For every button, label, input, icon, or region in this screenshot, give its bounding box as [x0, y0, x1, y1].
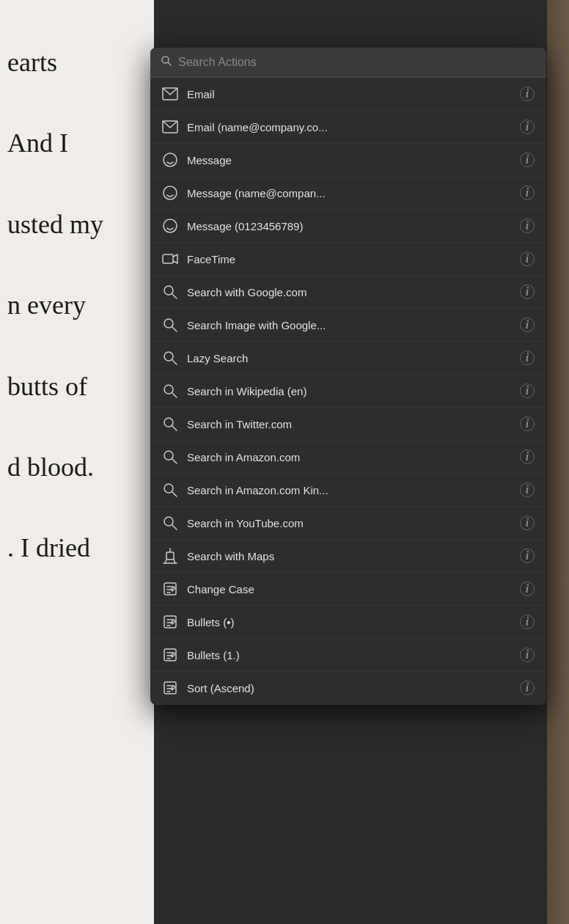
info-icon[interactable]: i	[520, 87, 535, 101]
action-label: Search in Twitter.com	[187, 418, 511, 430]
action-item-search-amazon-kindle[interactable]: Search in Amazon.com Kin...i	[150, 474, 546, 507]
action-label: Bullets (1.)	[187, 649, 511, 661]
action-label: Message (name@compan...	[187, 187, 511, 199]
email-icon	[162, 119, 178, 135]
info-icon[interactable]: i	[520, 681, 535, 695]
svg-point-22	[164, 517, 173, 526]
action-label: Bullets (•)	[187, 616, 511, 628]
svg-point-0	[162, 56, 169, 63]
svg-line-11	[172, 327, 177, 331]
info-icon[interactable]: i	[520, 318, 535, 332]
svg-line-9	[172, 294, 177, 298]
action-label: Lazy Search	[187, 352, 511, 364]
action-item-lazy-search[interactable]: Lazy Searchi	[150, 342, 546, 375]
edit-icon	[162, 581, 178, 597]
edit-icon	[162, 680, 178, 696]
svg-line-1	[169, 63, 172, 66]
svg-point-12	[164, 352, 173, 361]
svg-point-4	[164, 153, 177, 166]
info-icon[interactable]: i	[520, 384, 535, 398]
action-label: Search in Amazon.com	[187, 451, 511, 463]
svg-line-19	[172, 459, 177, 463]
svg-rect-24	[166, 552, 174, 560]
svg-line-15	[172, 393, 177, 397]
svg-rect-7	[163, 254, 173, 263]
facetime-icon	[162, 251, 178, 267]
action-item-search-wikipedia[interactable]: Search in Wikipedia (en)i	[150, 375, 546, 408]
svg-line-17	[172, 426, 177, 430]
action-item-bullets-num[interactable]: Bullets (1.)i	[150, 639, 546, 672]
info-icon[interactable]: i	[520, 120, 535, 134]
info-icon[interactable]: i	[520, 252, 535, 266]
action-item-message-company[interactable]: Message (name@compan...i	[150, 177, 546, 210]
info-icon[interactable]: i	[520, 417, 535, 431]
background-text: earts And I usted my n every butts of d …	[0, 0, 154, 924]
search-icon	[162, 383, 178, 399]
action-label: Email	[187, 88, 511, 100]
action-item-bullets-dot[interactable]: Bullets (•)i	[150, 606, 546, 639]
search-icon	[161, 55, 172, 70]
info-icon[interactable]: i	[520, 219, 535, 233]
action-item-change-case[interactable]: Change Casei	[150, 573, 546, 606]
action-item-search-twitter[interactable]: Search in Twitter.comi	[150, 408, 546, 441]
action-label: Search with Google.com	[187, 286, 511, 298]
action-item-search-google[interactable]: Search with Google.comi	[150, 276, 546, 309]
action-item-search-youtube[interactable]: Search in YouTube.comi	[150, 507, 546, 540]
action-label: Email (name@company.co...	[187, 121, 511, 133]
info-icon[interactable]: i	[520, 186, 535, 200]
action-item-facetime[interactable]: FaceTimei	[150, 243, 546, 276]
info-icon[interactable]: i	[520, 615, 535, 629]
info-icon[interactable]: i	[520, 450, 535, 464]
search-actions-dropdown: Emaili Email (name@company.co...i Messag…	[150, 48, 546, 705]
info-icon[interactable]: i	[520, 549, 535, 563]
action-item-message-phone[interactable]: Message (0123456789)i	[150, 210, 546, 243]
search-icon	[162, 515, 178, 531]
info-icon[interactable]: i	[520, 582, 535, 596]
edit-icon	[162, 614, 178, 630]
action-item-search-maps[interactable]: Search with Mapsi	[150, 540, 546, 573]
search-icon	[162, 416, 178, 432]
search-icon	[162, 284, 178, 300]
search-icon	[162, 317, 178, 333]
svg-point-6	[164, 219, 177, 232]
svg-point-5	[164, 186, 177, 199]
svg-point-16	[164, 418, 173, 427]
email-icon	[162, 86, 178, 102]
action-label: Change Case	[187, 583, 511, 595]
background-right	[547, 0, 569, 924]
action-item-email[interactable]: Emaili	[150, 78, 546, 111]
action-label: Search Image with Google...	[187, 319, 511, 331]
message-icon	[162, 218, 178, 234]
action-item-message[interactable]: Messagei	[150, 144, 546, 177]
svg-point-14	[164, 385, 173, 394]
action-label: Search in YouTube.com	[187, 517, 511, 529]
action-item-search-amazon[interactable]: Search in Amazon.comi	[150, 441, 546, 474]
action-item-search-image-google[interactable]: Search Image with Google...i	[150, 309, 546, 342]
info-icon[interactable]: i	[520, 516, 535, 530]
search-icon	[162, 449, 178, 465]
action-label: Search in Wikipedia (en)	[187, 385, 511, 397]
action-label: Search with Maps	[187, 550, 511, 562]
svg-line-23	[172, 525, 177, 529]
svg-point-18	[164, 451, 173, 460]
info-icon[interactable]: i	[520, 648, 535, 662]
svg-line-21	[172, 492, 177, 496]
search-icon	[162, 482, 178, 498]
search-bar	[150, 48, 546, 78]
action-label: FaceTime	[187, 253, 511, 265]
svg-point-20	[164, 484, 173, 493]
info-icon[interactable]: i	[520, 153, 535, 167]
action-label: Search in Amazon.com Kin...	[187, 484, 511, 496]
info-icon[interactable]: i	[520, 483, 535, 497]
action-label: Sort (Ascend)	[187, 682, 511, 694]
svg-point-8	[164, 286, 173, 295]
search-icon	[162, 350, 178, 366]
search-input[interactable]	[178, 56, 536, 69]
edit-icon	[162, 647, 178, 663]
info-icon[interactable]: i	[520, 285, 535, 299]
message-icon	[162, 185, 178, 201]
action-item-sort-ascend[interactable]: Sort (Ascend)i	[150, 672, 546, 705]
info-icon[interactable]: i	[520, 351, 535, 365]
action-item-email-company[interactable]: Email (name@company.co...i	[150, 111, 546, 144]
action-label: Message	[187, 154, 511, 166]
